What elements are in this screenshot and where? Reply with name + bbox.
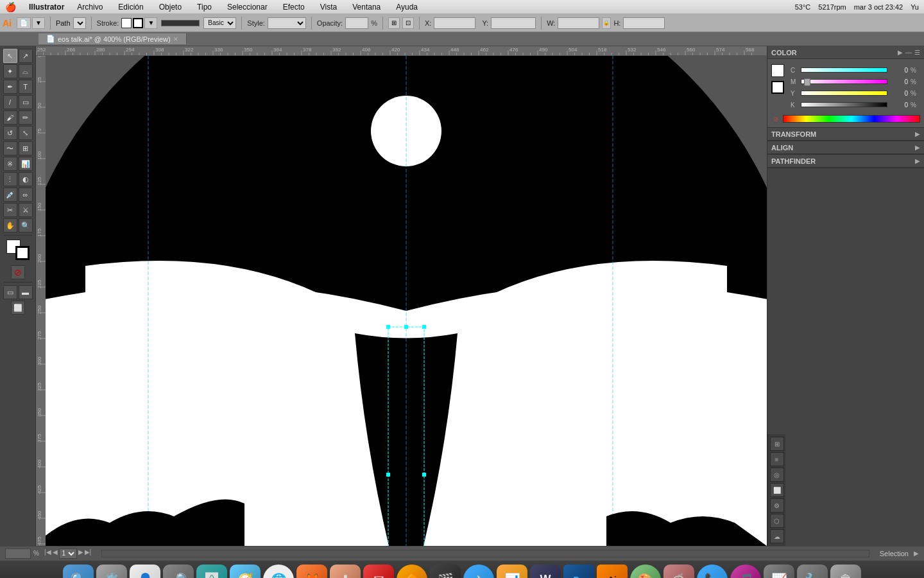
warp-tool[interactable]: 〜 xyxy=(3,141,17,155)
main-canvas[interactable] xyxy=(46,56,767,546)
knife-tool[interactable]: ⚔ xyxy=(19,203,33,217)
color-panel-collapse-icon[interactable]: — xyxy=(905,49,912,56)
graph-tool[interactable]: 📊 xyxy=(19,157,33,171)
panel-btn-6[interactable]: ⬡ xyxy=(770,514,784,528)
screen-mode-btn2[interactable]: ▬ xyxy=(19,285,33,299)
dock-photoshop[interactable]: Ps xyxy=(563,565,594,579)
canvas-container[interactable] xyxy=(46,56,767,546)
blend-tool[interactable]: ∞ xyxy=(19,188,33,202)
type-tool[interactable]: T xyxy=(19,80,33,94)
none-btn[interactable]: ⊘ xyxy=(11,265,25,279)
transform-btn1[interactable]: ⊞ xyxy=(388,17,400,29)
dock-java[interactable]: ☕ xyxy=(663,565,694,579)
panel-btn-5[interactable]: ⚙ xyxy=(770,498,784,512)
color-none-btn[interactable]: ⊘ xyxy=(771,114,780,123)
zoom-tool[interactable]: 🔍 xyxy=(19,218,33,232)
app-name[interactable]: Illustrator xyxy=(29,3,64,12)
x-input[interactable]: 405,5 pt xyxy=(434,17,475,29)
dock-extra1[interactable]: 🔧 xyxy=(797,565,828,579)
dock-itunes[interactable]: 🎵 xyxy=(730,565,761,579)
dock-word[interactable]: W xyxy=(530,565,561,579)
color-stroke-swatch[interactable] xyxy=(771,81,784,94)
stroke-options-btn[interactable]: ▼ xyxy=(144,17,157,29)
menu-efecto[interactable]: Efecto xyxy=(280,3,307,12)
transform-panel-header[interactable]: TRANSFORM ▶ xyxy=(767,128,924,141)
dock-chrome[interactable]: 🌐 xyxy=(263,565,294,579)
panel-btn-4[interactable]: ⬜ xyxy=(770,483,784,497)
dock-finder[interactable]: 🔍 xyxy=(63,565,94,579)
scissors-tool[interactable]: ✂ xyxy=(3,203,17,217)
menu-tipo[interactable]: Tipo xyxy=(194,3,214,12)
menu-objeto[interactable]: Objeto xyxy=(157,3,184,12)
transform-btn2[interactable]: ⊡ xyxy=(402,17,414,29)
nav-prev-btn[interactable]: ◀ xyxy=(53,548,58,559)
fill-swatch[interactable] xyxy=(121,18,132,28)
panel-btn-7[interactable]: ☁ xyxy=(770,529,784,543)
eyedropper-tool[interactable]: 💉 xyxy=(3,188,17,202)
dock-spotlight[interactable]: 🔎 xyxy=(163,565,194,579)
rect-tool[interactable]: ▭ xyxy=(19,95,33,109)
pathfinder-panel-icon[interactable]: ▶ xyxy=(915,157,920,164)
line-tool[interactable]: / xyxy=(3,95,17,109)
selection-tool[interactable]: ↖ xyxy=(3,49,17,63)
dock-telegram[interactable]: ✈ xyxy=(463,565,494,579)
menu-vista[interactable]: Vista xyxy=(318,3,339,12)
lasso-tool[interactable]: ⌓ xyxy=(19,64,33,78)
screen-mode-btn1[interactable]: ▭ xyxy=(3,285,17,299)
opacity-input[interactable]: 100 xyxy=(345,17,368,29)
dock-filemaker[interactable]: 📊 xyxy=(497,565,527,579)
nav-last-btn[interactable]: ▶| xyxy=(85,548,92,559)
y-input[interactable]: 310,383 pt xyxy=(491,17,536,29)
paintbrush-tool[interactable]: 🖌 xyxy=(3,110,17,125)
pencil-tool[interactable]: ✏ xyxy=(19,110,33,125)
scroll-bar-h[interactable] xyxy=(101,550,869,557)
dock-system-prefs[interactable]: ⚙️ xyxy=(96,565,127,579)
align-panel-icon[interactable]: ▶ xyxy=(915,144,920,151)
h-input[interactable]: 97,234 pt xyxy=(623,17,665,29)
page-select[interactable]: 1 xyxy=(59,548,77,559)
color-spectrum-bar[interactable] xyxy=(783,115,920,123)
panel-btn-1[interactable]: ⊞ xyxy=(770,437,784,451)
stroke-color-box[interactable] xyxy=(15,246,30,260)
dock-skype[interactable]: 📞 xyxy=(697,565,728,579)
color-fill-swatch[interactable] xyxy=(771,64,784,77)
dock-contacts[interactable]: 👤 xyxy=(130,565,160,579)
dock-torrent[interactable]: ⬇ xyxy=(330,565,361,579)
pen-tool[interactable]: ✒ xyxy=(3,80,17,94)
hand-tool[interactable]: ✋ xyxy=(3,218,17,232)
mesh-tool[interactable]: ⋮ xyxy=(3,172,17,186)
color-panel-expand-icon[interactable]: ▶ xyxy=(898,49,903,56)
nav-first-btn[interactable]: |◀ xyxy=(44,548,51,559)
apple-menu[interactable]: 🍎 xyxy=(5,2,16,12)
zoom-input[interactable]: 400% xyxy=(5,548,31,559)
dock-color-sync[interactable]: 🎨 xyxy=(630,565,661,579)
panel-btn-3[interactable]: ◎ xyxy=(770,468,784,482)
c-slider[interactable] xyxy=(801,67,887,73)
menu-ventana[interactable]: Ventana xyxy=(350,3,383,12)
menu-ayuda[interactable]: Ayuda xyxy=(393,3,420,12)
y-slider[interactable] xyxy=(801,91,887,96)
dock-trash[interactable]: 🗑 xyxy=(830,565,861,579)
m-slider[interactable] xyxy=(801,79,887,84)
dock-activity[interactable]: 📈 xyxy=(764,565,794,579)
nav-next-btn[interactable]: ▶ xyxy=(78,548,83,559)
menu-archivo[interactable]: Archivo xyxy=(74,3,105,12)
stroke-style-select[interactable]: Basic xyxy=(203,17,236,29)
direct-selection-tool[interactable]: ↗ xyxy=(19,49,33,63)
rotate-tool[interactable]: ↺ xyxy=(3,126,17,140)
magic-wand-tool[interactable]: ✦ xyxy=(3,64,17,78)
view-options-button[interactable]: ▼ xyxy=(32,17,45,29)
color-panel-menu-icon[interactable]: ☰ xyxy=(914,49,920,56)
tab-close-btn[interactable]: ✕ xyxy=(173,36,178,42)
dock-safari[interactable]: 🧭 xyxy=(230,565,261,579)
style-select[interactable] xyxy=(268,17,306,29)
screen-mode-btn3[interactable]: ⬜ xyxy=(11,301,25,315)
pathfinder-panel-header[interactable]: PATHFINDER ▶ xyxy=(767,155,924,168)
free-transform-tool[interactable]: ⊞ xyxy=(19,141,33,155)
dock-gmail[interactable]: ✉ xyxy=(363,565,394,579)
dock-illustrator[interactable]: Ai xyxy=(597,565,628,579)
gradient-tool[interactable]: ◐ xyxy=(19,172,33,186)
k-slider[interactable] xyxy=(801,102,887,107)
transform-panel-icon[interactable]: ▶ xyxy=(915,130,920,137)
menu-seleccionar[interactable]: Seleccionar xyxy=(225,3,270,12)
